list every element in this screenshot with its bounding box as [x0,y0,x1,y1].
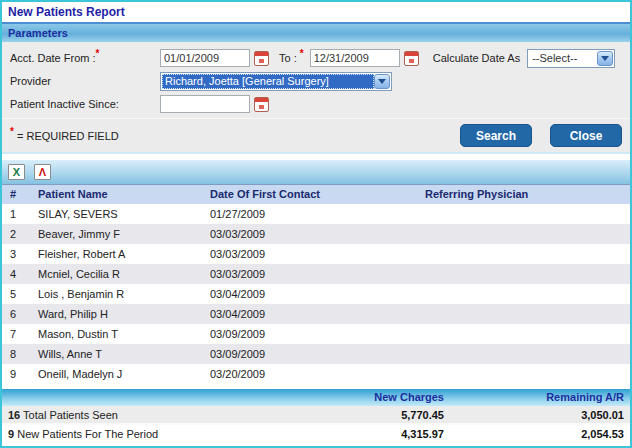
row-number: 8 [10,344,38,364]
date-of-first-contact: 03/09/2009 [210,324,425,344]
calculate-date-as-label: Calculate Date As [433,52,520,64]
referring-physician [425,264,630,284]
patient-inactive-row: Patient Inactive Since: [2,93,630,115]
table-row: 1SILAY, SEVERS01/27/2009 [2,204,630,224]
referring-physician [425,204,630,224]
date-of-first-contact: 01/27/2009 [210,204,425,224]
column-header-number: # [10,185,38,204]
acct-date-from-label: Acct. Date From :* [10,52,160,64]
date-of-first-contact: 03/09/2009 [210,344,425,364]
row-number: 3 [10,244,38,264]
provider-selected-value: Richard, Joetta [General Surgery] [162,74,374,89]
patient-name: SILAY, SEVERS [38,204,210,224]
table-row: 3Fleisher, Robert A03/03/2009 [2,244,630,264]
acct-date-from-label-text: Acct. Date From : [10,52,96,64]
table-row: 6Ward, Philip H03/04/2009 [2,304,630,324]
pdf-glyph: Λ [35,165,50,179]
table-row: 9Oneill, Madelyn J03/20/2009 [2,364,630,384]
row-number: 1 [10,204,38,224]
calculate-date-as-value: --Select-- [529,51,597,65]
referring-physician [425,364,630,384]
parameters-form: Acct. Date From :* To : * Calculate Date… [2,42,630,118]
required-field-note: * = REQUIRED FIELD [10,130,460,142]
patient-name: Oneill, Madelyn J [38,364,210,384]
referring-physician [425,344,630,364]
referring-physician [425,244,630,264]
export-excel-icon[interactable]: X [8,164,25,180]
total-patients-seen-row: 16 Total Patients Seen 5,770.45 3,050.01 [2,406,630,425]
acct-date-row: Acct. Date From :* To : * Calculate Date… [2,47,630,69]
date-of-first-contact: 03/03/2009 [210,224,425,244]
new-patients-period-count: 9 [8,428,14,440]
patient-inactive-since-label: Patient Inactive Since: [10,98,160,110]
date-from-input[interactable] [160,49,250,67]
chevron-down-icon[interactable] [374,74,390,89]
required-field-note-text: = REQUIRED FIELD [17,130,119,142]
calendar-icon[interactable] [254,97,269,112]
patient-table-body: 1SILAY, SEVERS01/27/20092Beaver, Jimmy F… [2,204,630,384]
required-asterisk: * [300,48,304,59]
patient-name: Ward, Philip H [38,304,210,324]
row-number: 6 [10,304,38,324]
total-patients-seen-count: 16 [8,409,20,421]
required-asterisk: * [96,48,100,59]
export-toolbar: X Λ [2,160,630,184]
to-label: To : * [279,52,304,64]
parameters-section-header: Parameters [2,24,630,42]
column-header-referring-physician: Referring Physician [425,185,630,204]
referring-physician [425,324,630,344]
new-patients-period-label: 9 New Patients For The Period [8,425,294,444]
date-of-first-contact: 03/04/2009 [210,284,425,304]
date-of-first-contact: 03/04/2009 [210,304,425,324]
patient-name: Lois , Benjamin R [38,284,210,304]
referring-physician [425,304,630,324]
calendar-icon[interactable] [404,51,419,66]
to-label-text: To : [279,52,297,64]
provider-row: Provider Richard, Joetta [General Surger… [2,70,630,92]
page-title: New Patients Report [2,2,630,24]
totals-header-spacer [8,389,294,406]
referring-physician [425,284,630,304]
total-remaining-ar-value: 3,050.01 [444,406,624,425]
required-asterisk: * [10,126,14,137]
totals-header: New Charges Remaining A/R [2,389,630,406]
table-row: 7Mason, Dustin T03/09/2009 [2,324,630,344]
row-number: 9 [10,364,38,384]
actions-bar: * = REQUIRED FIELD Search Close [2,118,630,152]
new-patients-report-window: New Patients Report Parameters Acct. Dat… [0,0,632,448]
referring-physician [425,224,630,244]
patient-name: Mcniel, Cecilia R [38,264,210,284]
row-number: 5 [10,284,38,304]
export-pdf-icon[interactable]: Λ [34,164,51,180]
row-number: 7 [10,324,38,344]
date-of-first-contact: 03/20/2009 [210,364,425,384]
date-to-input[interactable] [310,49,400,67]
close-button[interactable]: Close [550,124,622,147]
provider-label: Provider [10,75,160,87]
patient-inactive-since-input[interactable] [160,95,250,113]
patient-table-header: # Patient Name Date Of First Contact Ref… [2,184,630,204]
total-patients-seen-label: 16 Total Patients Seen [8,406,294,425]
patient-name: Beaver, Jimmy F [38,224,210,244]
calendar-icon[interactable] [254,51,269,66]
date-of-first-contact: 03/03/2009 [210,264,425,284]
period-remaining-ar-value: 2,054.53 [444,425,624,444]
column-header-patient-name: Patient Name [38,185,210,204]
new-patients-period-row: 9 New Patients For The Period 4,315.97 2… [2,425,630,444]
excel-glyph: X [9,165,24,179]
new-charges-header: New Charges [294,389,444,406]
chevron-down-icon[interactable] [597,51,613,66]
row-number: 4 [10,264,38,284]
patient-name: Mason, Dustin T [38,324,210,344]
calculate-date-as-select[interactable]: --Select-- [527,49,615,68]
date-of-first-contact: 03/03/2009 [210,244,425,264]
row-number: 2 [10,224,38,244]
patient-name: Fleisher, Robert A [38,244,210,264]
table-row: 2Beaver, Jimmy F03/03/2009 [2,224,630,244]
table-row: 5Lois , Benjamin R03/04/2009 [2,284,630,304]
provider-select[interactable]: Richard, Joetta [General Surgery] [160,72,392,91]
search-button[interactable]: Search [460,124,532,147]
new-patients-period-text: New Patients For The Period [17,428,158,440]
remaining-ar-header: Remaining A/R [444,389,624,406]
period-new-charges-value: 4,315.97 [294,425,444,444]
